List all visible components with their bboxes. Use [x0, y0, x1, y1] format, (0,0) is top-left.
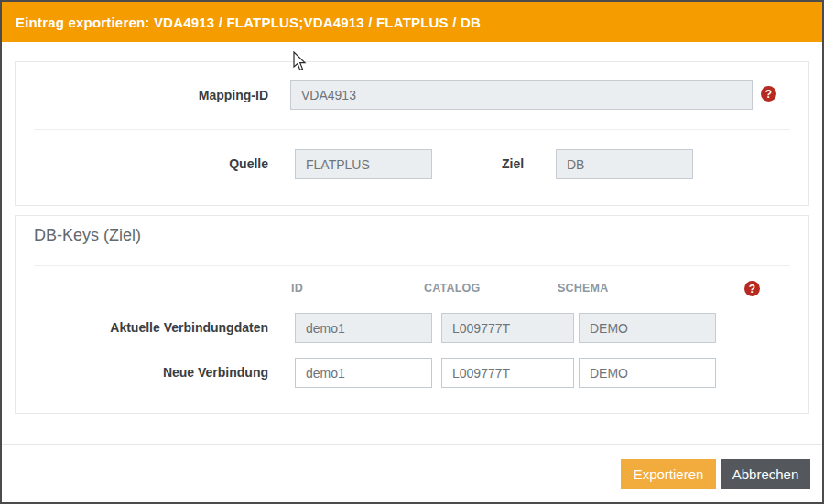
current-catalog-input	[441, 313, 574, 343]
current-id-input	[295, 313, 432, 343]
ziel-label: Ziel	[502, 155, 524, 173]
export-dialog: Eintrag exportieren: VDA4913 / FLATPLUS;…	[0, 0, 824, 504]
new-id-input[interactable]	[295, 358, 432, 388]
dialog-title: Eintrag exportieren: VDA4913 / FLATPLUS;…	[16, 15, 481, 30]
current-schema-input	[579, 313, 716, 343]
quelle-label: Quelle	[16, 155, 268, 173]
column-header-catalog: CATALOG	[424, 282, 480, 295]
cancel-button[interactable]: Abbrechen	[721, 459, 810, 489]
new-schema-input[interactable]	[579, 358, 716, 388]
help-icon[interactable]: ?	[761, 86, 776, 102]
divider	[34, 129, 790, 130]
db-keys-panel: DB-Keys (Ziel) ID CATALOG SCHEMA ? Aktue…	[15, 215, 809, 414]
new-catalog-input[interactable]	[441, 358, 574, 388]
mapping-id-label: Mapping-ID	[16, 86, 268, 104]
new-connection-label: Neue Verbindung	[16, 363, 268, 381]
footer-divider	[2, 444, 822, 445]
current-connection-label: Aktuelle Verbindungdaten	[16, 318, 268, 337]
mapping-id-input	[290, 80, 753, 110]
dialog-titlebar: Eintrag exportieren: VDA4913 / FLATPLUS;…	[2, 2, 822, 42]
db-keys-heading: DB-Keys (Ziel)	[34, 226, 141, 245]
ziel-input	[556, 149, 693, 179]
divider	[34, 265, 790, 266]
quelle-input	[295, 149, 432, 179]
mapping-panel: Mapping-ID ? Quelle Ziel	[15, 61, 809, 206]
export-button[interactable]: Exportieren	[621, 459, 716, 489]
help-icon[interactable]: ?	[744, 281, 760, 296]
column-header-id: ID	[291, 282, 303, 295]
column-header-schema: SCHEMA	[558, 282, 608, 295]
